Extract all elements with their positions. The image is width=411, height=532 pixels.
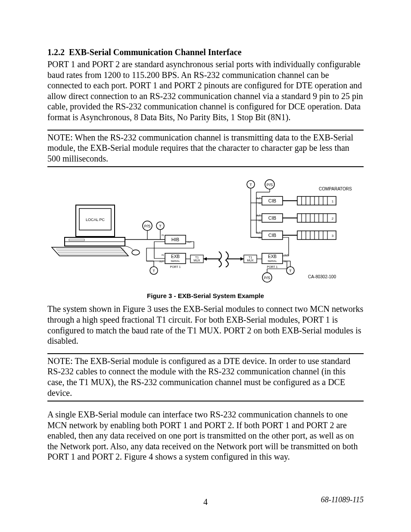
note-1-text: NOTE: When the RS-232 communication chan… — [47, 132, 364, 164]
t-label-left-bottom: T — [153, 269, 155, 273]
heading-text: EXB-Serial Communication Channel Interfa… — [69, 47, 242, 57]
cib-1: CIB OUT IN — [256, 196, 283, 205]
comp-2-index: 2 — [332, 217, 334, 221]
svg-marker-18 — [240, 257, 244, 261]
cib-2: CIB OUT IN — [256, 214, 283, 222]
t-label-right-bottom: T — [289, 269, 292, 273]
diagram-partno: CA-80302-100 — [308, 274, 336, 279]
t1mux-left-mux: MUX — [193, 259, 200, 262]
svg-text:IN: IN — [258, 202, 261, 205]
svg-rect-41 — [297, 196, 336, 205]
svg-rect-50 — [297, 214, 336, 222]
exb-right-in: IN — [284, 260, 286, 263]
svg-rect-59 — [297, 231, 336, 240]
note-box-2: NOTE: The EXB-Serial module is configure… — [47, 353, 364, 401]
t1mux-left-t1: T1 — [195, 256, 199, 259]
exb-left-serial-label: SERIAL — [171, 260, 180, 262]
page: 1.2.2 EXB-Serial Communication Channel I… — [0, 0, 411, 532]
cib-2-label: CIB — [268, 215, 276, 221]
comp-3-index: 3 — [332, 234, 334, 238]
local-pc-icon: LOCAL PC — [52, 205, 140, 256]
section-heading: 1.2.2 EXB-Serial Communication Channel I… — [47, 47, 364, 57]
cib-1-label: CIB — [268, 198, 276, 203]
comparator-1: 1 — [283, 196, 336, 205]
t1mux-right-t1: T1 — [249, 256, 252, 259]
hib-out-label: OUT — [187, 241, 192, 243]
comparator-2: 2 — [283, 214, 336, 222]
t-label-left-top: T — [159, 224, 162, 228]
hib-label: HIB — [171, 237, 179, 242]
ps-label-right-top: P/S — [267, 183, 273, 187]
ps-label-left: P/S — [144, 224, 151, 228]
note-2-text: NOTE: The EXB-Serial module is configure… — [47, 356, 364, 398]
local-pc-label: LOCAL PC — [86, 218, 105, 222]
cib-3: CIB OUT IN — [256, 231, 283, 240]
paragraph-3: A single EXB-Serial module can interface… — [47, 409, 364, 462]
system-diagram-svg: LOCAL PC HIB IN O — [47, 175, 364, 287]
figure-3: LOCAL PC HIB IN O — [47, 175, 364, 299]
exb-left-out: OUT — [159, 260, 164, 263]
paragraph-1: PORT 1 and PORT 2 are standard asynchron… — [47, 59, 364, 123]
svg-text:OUT: OUT — [256, 197, 261, 199]
note-box-1: NOTE: When the RS-232 communication chan… — [47, 130, 364, 168]
comparator-3: 3 — [283, 231, 336, 240]
figure-caption: Figure 3 - EXB-Serial System Example — [47, 292, 364, 299]
svg-point-9 — [132, 250, 140, 255]
svg-text:IN: IN — [258, 236, 261, 239]
exb-left-in: IN — [162, 254, 164, 256]
comp-1-index: 1 — [332, 199, 334, 203]
exb-left-port1: PORT 1 — [170, 265, 181, 268]
svg-text:IN: IN — [258, 219, 261, 222]
page-number: 4 — [0, 497, 411, 507]
paragraph-2: The system shown in Figure 3 uses the EX… — [47, 304, 364, 346]
ps-label-right-bottom: P/S — [264, 276, 271, 280]
exb-right-label: EXB — [268, 254, 277, 259]
exb-right-port1: PORT 1 — [267, 265, 277, 268]
svg-text:OUT: OUT — [256, 214, 261, 217]
exb-left-label: EXB — [171, 254, 180, 259]
svg-rect-4 — [69, 239, 84, 241]
t1mux-right-mux: MUX — [247, 259, 254, 262]
comparators-label: COMPARATORS — [319, 187, 352, 191]
svg-text:OUT: OUT — [256, 231, 261, 234]
cib-3-label: CIB — [268, 233, 276, 238]
hib-in-label: IN — [162, 234, 164, 236]
svg-marker-17 — [203, 257, 207, 261]
heading-number: 1.2.2 — [47, 47, 65, 57]
exb-right-serial-label: SERIAL — [268, 260, 277, 262]
t-label-right-top: T — [249, 183, 252, 187]
